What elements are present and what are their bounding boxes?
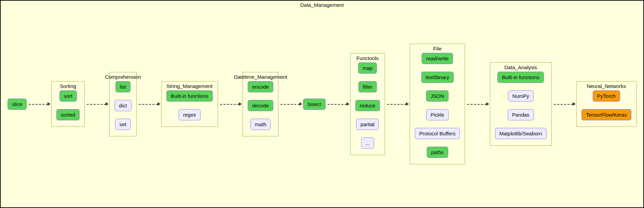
node-sort: sort bbox=[59, 90, 77, 102]
node-paths: paths bbox=[427, 147, 448, 158]
node-set: set bbox=[115, 119, 131, 130]
node-math: math bbox=[250, 119, 271, 130]
node-numpy: NumPy bbox=[508, 90, 534, 102]
group-file: File read/write text/binary JSON Pickle … bbox=[410, 44, 465, 164]
group-label: String_Management bbox=[166, 83, 213, 89]
group-label: Comprehension bbox=[105, 74, 141, 80]
group-label: Functools bbox=[356, 55, 379, 61]
group-string: String_Management Built-in functions reg… bbox=[161, 81, 218, 127]
node-reduce: reduce bbox=[355, 100, 380, 111]
group-sorting: Sorting sort sorted bbox=[51, 81, 85, 127]
node-partial: partial bbox=[356, 119, 379, 130]
flow-row: slice Sorting sort sorted Comprehension … bbox=[1, 44, 643, 164]
node-matplotlib: Matplotlib/Seaborn bbox=[495, 128, 547, 139]
node-json: JSON bbox=[426, 90, 449, 102]
arrow-icon bbox=[137, 104, 161, 104]
diagram-container: Data_Management slice Sorting sort sorte… bbox=[0, 0, 644, 208]
node-protobuf: Protocol Buffers bbox=[415, 128, 460, 139]
node-pickle: Pickle bbox=[426, 109, 449, 120]
group-comprehension: Comprehension list dict set bbox=[109, 72, 136, 136]
container-title: Data_Management bbox=[300, 2, 344, 8]
node-textbinary: text/binary bbox=[421, 72, 454, 83]
group-functools: Functools map filter reduce partial ... bbox=[350, 53, 385, 155]
node-builtin-string: Built-in functions bbox=[166, 90, 213, 102]
node-builtin-analysis: Built-in functions bbox=[497, 72, 544, 83]
group-nn: Neural_Networks PyTorch TensorFlow/Keras bbox=[576, 81, 636, 127]
group-datetime: Datetime_Management encode decode math bbox=[243, 72, 278, 136]
arrow-icon bbox=[85, 104, 109, 104]
node-slice: slice bbox=[8, 99, 27, 110]
arrow-icon bbox=[27, 104, 51, 104]
group-analysis: Data_Analysis Built-in functions NumPy P… bbox=[490, 62, 552, 146]
arrow-icon bbox=[552, 104, 576, 104]
group-label: File bbox=[433, 46, 441, 51]
node-more: ... bbox=[361, 137, 374, 149]
group-label: Sorting bbox=[60, 83, 76, 89]
node-dict: dict bbox=[114, 100, 131, 111]
arrow-icon bbox=[385, 104, 410, 104]
arrow-icon bbox=[326, 104, 350, 104]
node-bisect: bisect bbox=[303, 99, 325, 110]
node-decode: decode bbox=[248, 100, 273, 111]
node-readwrite: read/write bbox=[422, 53, 453, 64]
node-tensorflow: TensorFlow/Keras bbox=[581, 109, 631, 120]
arrow-icon bbox=[465, 104, 490, 104]
node-map: map bbox=[358, 62, 377, 74]
arrow-icon bbox=[218, 104, 243, 104]
group-label: Data_Analysis bbox=[504, 64, 537, 70]
node-encode: encode bbox=[248, 81, 273, 92]
node-filter: filter bbox=[358, 81, 377, 92]
node-pytorch: PyTorch bbox=[593, 90, 620, 102]
node-list: list bbox=[115, 81, 131, 92]
node-regex: regex bbox=[179, 109, 201, 120]
group-label: Datetime_Management bbox=[234, 74, 287, 80]
node-pandas: Pandas bbox=[508, 109, 534, 120]
group-label: Neural_Networks bbox=[587, 83, 626, 89]
node-sorted: sorted bbox=[56, 109, 80, 120]
arrow-icon bbox=[278, 104, 303, 104]
